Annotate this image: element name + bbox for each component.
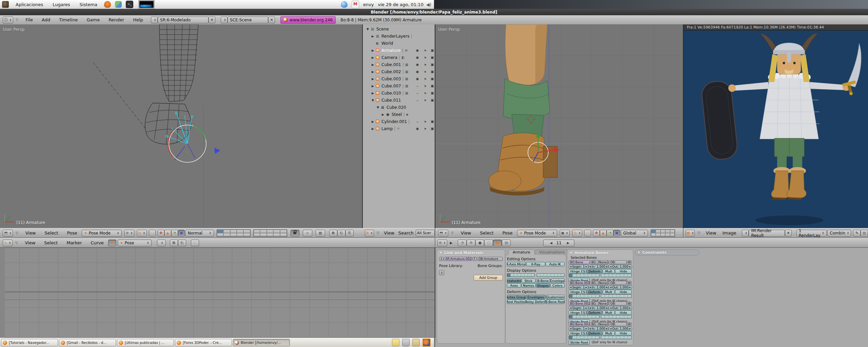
names-button[interactable]: Names [521, 283, 536, 288]
editor-type-button[interactable]: ⊞⇕ [437, 240, 447, 246]
bone-hide-button[interactable]: Hide [615, 269, 632, 273]
menu-timeline[interactable]: Timeline [59, 17, 78, 22]
layer-cell[interactable] [577, 336, 580, 339]
object-name-field[interactable]: OB:Armature [477, 257, 503, 261]
bone-mult-button[interactable]: Mult [603, 269, 615, 273]
ipo-pose-icon-button[interactable]: ✦ [108, 240, 116, 246]
outliner-row[interactable]: ▶Cube.007|▦⌣➤▣ [363, 82, 435, 89]
layer-cell[interactable] [605, 336, 609, 339]
bone-layer-grid-1[interactable] [569, 336, 599, 339]
visibility-toggle-icon[interactable]: ⌣ [414, 84, 420, 88]
layer-cell[interactable] [620, 295, 624, 298]
layer-cell[interactable] [528, 274, 531, 277]
renderable-toggle-icon[interactable]: ▣ [429, 70, 435, 74]
taskbar-item[interactable]: [últimas publicadas | ... [117, 339, 174, 346]
renderable-toggle-icon[interactable]: ▣ [429, 120, 435, 123]
layer-cell[interactable] [609, 315, 613, 318]
image-browse-button[interactable]: ⇕ [742, 230, 749, 237]
bone-segm-field[interactable]: ◀Segm: 1▶ [569, 265, 588, 269]
ipo-editor-canvas[interactable] [0, 248, 435, 338]
bone-deform-button[interactable]: Deform [587, 269, 602, 273]
layer-grid-1[interactable] [217, 229, 251, 237]
layer-cell[interactable] [651, 233, 656, 237]
outliner-item-label[interactable]: Cube.001 [381, 62, 401, 67]
outliner-row[interactable]: ▶Cube.001|▦◉➤▣ [363, 61, 435, 68]
layer-cell[interactable] [569, 315, 573, 318]
frame-step-left-icon[interactable]: ◀ [550, 241, 552, 245]
bone-weight-button[interactable]: W [627, 281, 632, 285]
layer-cell[interactable] [613, 295, 616, 298]
layer-cell[interactable] [561, 274, 564, 277]
bone-s-button[interactable]: S [582, 290, 586, 294]
user-name[interactable]: envy [363, 2, 374, 7]
x-ray-button[interactable]: X-Ray [526, 262, 545, 266]
expand-right-icon[interactable]: ▶ [371, 63, 375, 66]
firefox-icon[interactable] [104, 1, 111, 8]
manipulator-combo-button[interactable]: ▣ [613, 230, 620, 237]
clock[interactable]: vie 29 de ago, 01:10 [378, 2, 423, 7]
layer-cell[interactable] [588, 274, 592, 277]
layer-cell[interactable] [554, 274, 558, 277]
layer-cell[interactable] [592, 315, 596, 318]
bone-hinge-button[interactable]: Hinge [569, 290, 581, 294]
expand-open-icon[interactable]: ▼ [366, 27, 370, 31]
copy-pose-button[interactable]: ⧉ [329, 230, 337, 237]
layer-cell[interactable] [525, 274, 528, 277]
header-collapse-icon[interactable]: ▽ [16, 18, 19, 22]
tab-armature[interactable]: Armature [508, 249, 535, 255]
layer-cell[interactable] [601, 295, 605, 298]
outliner-row[interactable]: ▼Cube.011⌣➤▣ [363, 97, 435, 104]
layer-cell[interactable] [596, 274, 599, 277]
logic-buttons-tab[interactable]: ◔ [458, 240, 467, 246]
layer-cell[interactable] [670, 233, 675, 237]
layer-cell[interactable] [584, 336, 588, 339]
bone-layer-grid-2[interactable] [601, 274, 632, 277]
renderable-toggle-icon[interactable]: ▣ [429, 56, 435, 59]
layer-cell[interactable] [605, 295, 609, 298]
mode-dropdown[interactable]: ✦ Pose Mode⇕ [517, 230, 557, 237]
expand-right-icon[interactable]: ▶ [371, 91, 375, 95]
delay-deform-button[interactable]: Delay Deform [526, 300, 545, 304]
volume-icon[interactable]: ◀) [426, 2, 431, 7]
bone-weight-button[interactable]: W [627, 322, 632, 326]
selectable-toggle-icon[interactable]: ➤ [422, 56, 428, 59]
manipulator-toggle-button[interactable]: ⬚ [149, 230, 156, 237]
layer-cell[interactable] [588, 336, 592, 339]
layer-cell[interactable] [624, 336, 628, 339]
panels-expand-icon[interactable]: ▶ [450, 241, 453, 245]
outliner-item-label[interactable]: World [381, 41, 393, 46]
header-collapse-icon[interactable]: ▽ [697, 231, 700, 235]
axes-button[interactable]: Axes [507, 283, 521, 288]
manipulator-translate-button[interactable]: ✥ [593, 230, 600, 237]
alpha-checker-button[interactable]: ▨ [861, 230, 868, 237]
bone-mult-button[interactable]: Mult [603, 290, 615, 294]
renderable-toggle-icon[interactable]: ▣ [429, 77, 435, 81]
layer-cell[interactable] [584, 274, 588, 277]
bone-hinge-button[interactable]: Hinge [569, 331, 581, 335]
taskbar-item[interactable]: [Gmail - Recibidos - d... [59, 339, 116, 346]
layer-cell[interactable] [588, 295, 592, 298]
layer-grid-2[interactable] [253, 229, 287, 237]
layer-cell[interactable] [243, 230, 250, 233]
bone-hide-button[interactable]: Hide [615, 290, 632, 294]
render-preview-button[interactable]: ▦ [316, 230, 325, 237]
visibility-toggle-icon[interactable]: ⌣ [414, 98, 420, 102]
layer-cell[interactable] [613, 274, 616, 277]
orientation-dropdown[interactable]: Normal⇕ [185, 230, 214, 237]
layer-cell[interactable] [280, 230, 287, 233]
editor-type-button[interactable]: ⬒⇕ [3, 230, 13, 237]
selectable-toggle-icon[interactable]: ➤ [422, 84, 428, 88]
taskbar-item[interactable]: [Foros 3DPoder. - Cre... [175, 339, 232, 346]
layer-cell[interactable] [547, 274, 551, 277]
panel-title[interactable]: Link and Materials [444, 251, 483, 255]
outliner-row[interactable]: ▼▦Cube.020 [363, 104, 435, 111]
window-preview-icon[interactable] [139, 0, 154, 8]
layer-cell[interactable] [243, 233, 250, 237]
armature-browse-button[interactable]: ⇕ [439, 257, 443, 261]
layer-cell[interactable] [609, 336, 613, 339]
outliner-item-label[interactable]: Cylinder.001 [381, 119, 407, 124]
bone-ob-field[interactable]: OB: [609, 281, 627, 285]
outliner-row[interactable]: ▶▥RenderLayers| [363, 33, 435, 40]
outliner-item-label[interactable]: RenderLayers [381, 34, 409, 39]
bone-name-field[interactable]: BO:Bone.001 [569, 281, 590, 285]
